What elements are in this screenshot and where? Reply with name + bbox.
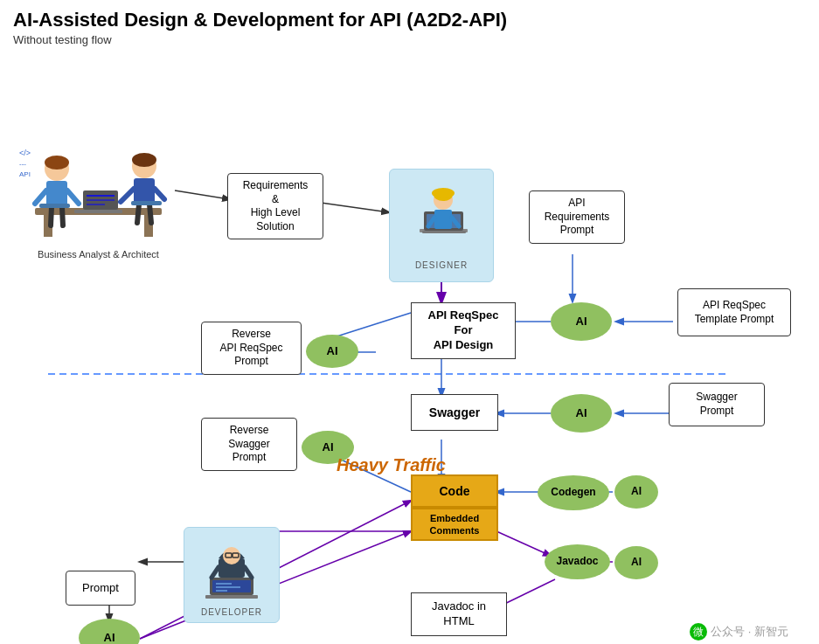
javadoc-oval: Javadoc	[545, 544, 610, 579]
ai-codegen-oval: AI	[614, 475, 658, 509]
developer-box: DEVELOPER	[184, 527, 280, 623]
requirements-node: Requirements & High Level Solution	[227, 173, 323, 239]
ai-prompt-oval: AI	[79, 619, 140, 644]
page: AI-Assisted Design & Development for API…	[0, 0, 819, 644]
svg-rect-61	[434, 210, 452, 229]
svg-line-40	[51, 207, 52, 225]
svg-line-18	[496, 531, 551, 556]
subtitle: Without testing flow	[13, 33, 806, 46]
api-req-prompt-node: API Requirements Prompt	[529, 190, 625, 244]
ai-reverse-oval: AI	[306, 335, 358, 368]
prompt-node: Prompt	[66, 571, 135, 606]
svg-line-46	[121, 189, 134, 202]
main-title: AI-Assisted Design & Development for API…	[13, 9, 806, 31]
svg-line-48	[137, 204, 139, 223]
svg-point-60	[432, 188, 455, 198]
designer-label: DESIGNER	[415, 260, 468, 271]
reverse-swagger-node: Reverse Swagger Prompt	[201, 418, 297, 471]
watermark: 微 公众号 · 新智元	[690, 623, 788, 641]
embedded-node: Embedded Comments	[411, 508, 498, 541]
svg-line-38	[35, 190, 46, 204]
diagram-area: </> --- API Business Analyst & Architect…	[13, 55, 806, 644]
svg-line-49	[149, 204, 151, 223]
svg-line-76	[245, 567, 252, 578]
ba-illustration: </> --- API	[17, 112, 184, 256]
ai-swagger-oval: AI	[551, 394, 612, 433]
codegen-oval: Codegen	[538, 475, 609, 510]
svg-rect-56	[422, 231, 466, 233]
svg-line-2	[315, 202, 389, 212]
svg-line-75	[212, 567, 219, 578]
reverse-api-node: Reverse API ReqSpec Prompt	[201, 322, 302, 375]
javadoc-html-node: Javadoc in HTML	[411, 592, 507, 636]
swagger-node: Swagger	[411, 394, 498, 431]
developer-label: DEVELOPER	[201, 606, 262, 618]
svg-text:API: API	[19, 170, 31, 178]
ai-javadoc-oval: AI	[614, 546, 658, 579]
api-reqspec-template-node: API ReqSpec Template Prompt	[677, 288, 791, 336]
svg-rect-45	[134, 178, 155, 204]
svg-rect-37	[46, 181, 67, 207]
svg-text:</>: </>	[19, 149, 31, 157]
ba-label: Business Analyst & Architect	[17, 249, 179, 260]
ai-oval-1: AI	[551, 302, 612, 341]
api-reqspec-node: API ReqSpec For API Design	[411, 302, 516, 359]
svg-rect-31	[74, 210, 122, 213]
svg-rect-50	[131, 201, 162, 205]
svg-point-44	[132, 153, 156, 167]
designer-box: DESIGNER	[389, 169, 494, 282]
heavy-traffic-label: Heavy Traffic	[337, 455, 446, 475]
swagger-prompt-node: Swagger Prompt	[669, 383, 765, 426]
svg-line-41	[62, 207, 63, 225]
svg-point-36	[45, 156, 69, 170]
wechat-icon: 微	[690, 623, 707, 641]
svg-line-47	[155, 189, 164, 199]
svg-line-39	[67, 190, 79, 204]
svg-rect-42	[39, 204, 70, 208]
svg-text:---: ---	[19, 160, 26, 168]
svg-rect-65	[205, 595, 258, 599]
code-node: Code	[411, 474, 498, 508]
